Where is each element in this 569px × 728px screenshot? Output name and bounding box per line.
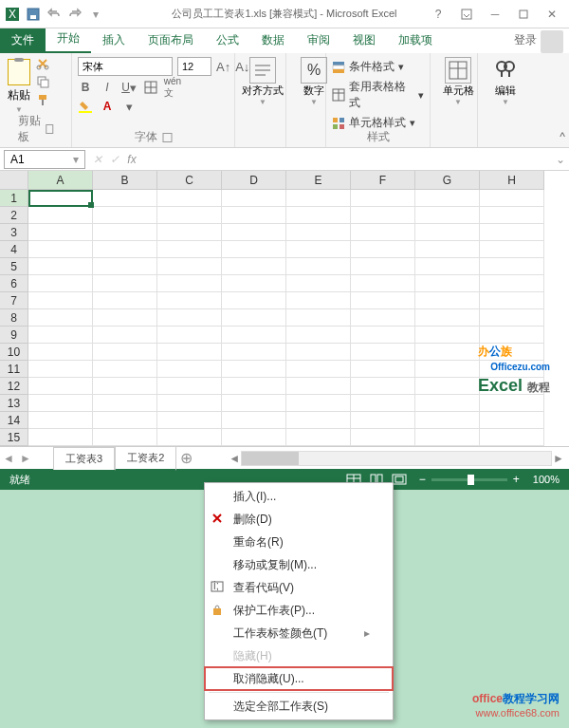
col-header-E[interactable]: E — [286, 171, 351, 190]
table-format-button[interactable]: 套用表格格式▾ — [332, 77, 424, 113]
sheet-context-menu: 插入(I)... 删除(D) 重命名(R) 移动或复制(M)... i;查看代码… — [204, 482, 394, 720]
row-header-13[interactable]: 13 — [0, 395, 28, 412]
clipboard-launcher-icon[interactable] — [46, 124, 54, 134]
row-header-7[interactable]: 7 — [0, 292, 28, 309]
increase-font-icon[interactable]: A↑ — [216, 59, 230, 74]
cell-area[interactable]: document.write(Array(15).fill('<div clas… — [28, 190, 544, 446]
alignment-button[interactable]: 对齐方式 ▼ — [241, 57, 284, 106]
row-header-9[interactable]: 9 — [0, 327, 28, 344]
zoom-slider[interactable] — [431, 478, 507, 481]
border-button[interactable] — [143, 80, 158, 95]
svg-rect-11 — [42, 100, 44, 105]
login-button[interactable]: 登录 — [503, 28, 541, 53]
horizontal-scrollbar[interactable]: ◄ ► — [228, 451, 565, 466]
sheet-tab-2[interactable]: 工资表2 — [115, 446, 176, 471]
row-header-8[interactable]: 8 — [0, 309, 28, 327]
save-icon[interactable] — [25, 6, 42, 23]
tab-layout[interactable]: 页面布局 — [137, 28, 205, 53]
redo-icon[interactable] — [66, 6, 83, 23]
font-name-select[interactable] — [78, 57, 173, 76]
row-header-5[interactable]: 5 — [0, 258, 28, 275]
conditional-format-button[interactable]: 条件格式▾ — [332, 57, 424, 77]
svg-rect-15 — [79, 111, 92, 113]
col-header-C[interactable]: C — [157, 171, 222, 190]
ribbon-options-icon[interactable] — [453, 4, 480, 25]
ribbon: 粘贴 ▼ 剪贴板 A↑ A↓ B I U▾ — [0, 53, 569, 148]
fx-icon[interactable]: fx — [123, 150, 140, 169]
tab-review[interactable]: 审阅 — [296, 28, 341, 53]
tab-addins[interactable]: 加载项 — [387, 28, 444, 53]
row-header-12[interactable]: 12 — [0, 378, 28, 395]
bold-button[interactable]: B — [78, 80, 93, 95]
tab-formula[interactable]: 公式 — [205, 28, 250, 53]
format-painter-icon[interactable] — [36, 93, 51, 108]
cells-button[interactable]: 单元格 ▼ — [436, 57, 480, 106]
edit-button[interactable]: 编辑 ▼ — [484, 57, 527, 106]
row-header-3[interactable]: 3 — [0, 224, 28, 241]
tab-insert[interactable]: 插入 — [91, 28, 137, 53]
menu-delete[interactable]: 删除(D) — [205, 508, 393, 531]
menu-protect[interactable]: 保护工作表(P)... — [205, 599, 393, 622]
select-all-button[interactable] — [0, 171, 28, 190]
row-header-1[interactable]: 1 — [0, 190, 28, 207]
menu-rename[interactable]: 重命名(R) — [205, 531, 393, 553]
sheet-tab-3[interactable]: 工资表3 — [53, 447, 115, 470]
spreadsheet-grid: A B C D E F G H 1 2 3 4 5 6 7 8 9 10 11 … — [0, 171, 569, 446]
expand-formula-icon[interactable]: ⌄ — [556, 153, 569, 166]
menu-insert[interactable]: 插入(I)... — [205, 485, 393, 508]
col-header-D[interactable]: D — [222, 171, 286, 190]
sheet-nav-next-icon[interactable]: ► — [17, 449, 34, 468]
undo-icon[interactable] — [46, 6, 63, 23]
row-header-6[interactable]: 6 — [0, 275, 28, 292]
row-header-2[interactable]: 2 — [0, 207, 28, 224]
italic-button[interactable]: I — [100, 80, 115, 95]
collapse-ribbon-icon[interactable]: ^ — [560, 130, 565, 143]
col-header-H[interactable]: H — [480, 171, 544, 190]
name-box[interactable]: A1▾ — [4, 150, 85, 169]
zoom-in-button[interactable]: + — [513, 473, 520, 486]
font-color-button[interactable]: A — [100, 99, 115, 114]
row-header-11[interactable]: 11 — [0, 361, 28, 378]
menu-tab-color[interactable]: 工作表标签颜色(T)▸ — [205, 622, 393, 644]
zoom-out-button[interactable]: − — [419, 473, 426, 486]
formula-bar[interactable] — [140, 150, 556, 169]
maximize-icon[interactable] — [510, 4, 537, 25]
col-header-F[interactable]: F — [351, 171, 415, 190]
minimize-icon[interactable]: ─ — [482, 4, 508, 25]
row-header-15[interactable]: 15 — [0, 429, 28, 446]
font-launcher-icon[interactable] — [162, 133, 172, 142]
border2-button[interactable]: ▾ — [121, 99, 137, 114]
ruby-button[interactable]: wén文 — [165, 80, 180, 95]
row-header-14[interactable]: 14 — [0, 412, 28, 429]
excel-icon[interactable]: X — [4, 6, 21, 23]
tab-start[interactable]: 开始 — [46, 26, 91, 53]
menu-view-code[interactable]: i;查看代码(V) — [205, 576, 393, 599]
sheet-nav-prev-icon[interactable]: ◄ — [0, 449, 17, 468]
menu-move-copy[interactable]: 移动或复制(M)... — [205, 553, 393, 576]
menu-unhide[interactable]: 取消隐藏(U)... — [205, 667, 393, 690]
copy-icon[interactable] — [36, 75, 51, 90]
tab-file[interactable]: 文件 — [0, 28, 46, 53]
align-label: 对齐方式 — [242, 84, 284, 98]
cancel-icon[interactable]: ✕ — [89, 150, 106, 169]
menu-select-all-sheets[interactable]: 选定全部工作表(S) — [205, 695, 393, 718]
qat-customize-icon[interactable]: ▾ — [87, 6, 104, 23]
tab-view[interactable]: 视图 — [341, 28, 387, 53]
cut-icon[interactable] — [36, 57, 51, 72]
help-icon[interactable]: ? — [425, 4, 451, 25]
row-header-4[interactable]: 4 — [0, 241, 28, 258]
col-header-B[interactable]: B — [93, 171, 157, 190]
fill-color-button[interactable] — [78, 99, 93, 114]
col-header-A[interactable]: A — [28, 171, 93, 190]
close-icon[interactable]: ✕ — [539, 4, 565, 25]
zoom-percent[interactable]: 100% — [533, 474, 560, 485]
font-size-input[interactable] — [177, 57, 211, 76]
paste-button[interactable]: 粘贴 ▼ — [6, 57, 32, 116]
enter-icon[interactable]: ✓ — [106, 150, 123, 169]
user-avatar-icon[interactable] — [541, 30, 563, 53]
tab-data[interactable]: 数据 — [250, 28, 296, 53]
add-sheet-icon[interactable]: ⊕ — [176, 449, 195, 468]
row-header-10[interactable]: 10 — [0, 344, 28, 361]
col-header-G[interactable]: G — [415, 171, 480, 190]
underline-button[interactable]: U▾ — [121, 80, 137, 95]
